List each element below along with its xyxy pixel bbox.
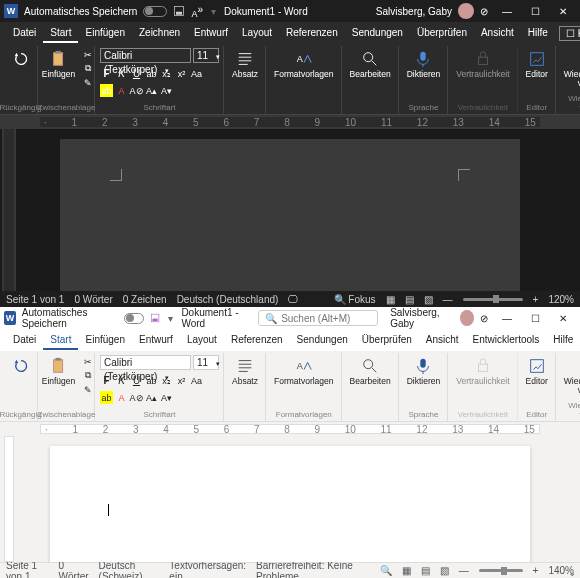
copy-icon[interactable]: ⧉	[81, 62, 94, 75]
undo-button[interactable]	[9, 355, 33, 377]
minimize-button[interactable]: —	[494, 2, 520, 20]
case-button[interactable]: Aa	[190, 67, 203, 80]
editor-button[interactable]: Editor	[523, 48, 551, 81]
menu-tab-hilfe[interactable]: Hilfe	[546, 331, 580, 350]
maximize-button[interactable]: ☐	[522, 309, 548, 327]
format-painter-icon[interactable]: ✎	[81, 76, 94, 89]
edit-button[interactable]: Bearbeiten	[347, 355, 394, 388]
zoom-out-button[interactable]: —	[459, 565, 469, 576]
close-button[interactable]: ✕	[550, 309, 576, 327]
font-name-select[interactable]: Calibri (Textkörper)▾	[100, 48, 191, 63]
accessibility-indicator[interactable]: Barrierefreiheit: Keine Probleme	[256, 560, 360, 579]
menu-tab-layout[interactable]: Layout	[180, 331, 224, 350]
paragraph-button[interactable]: Absatz	[229, 355, 261, 388]
menu-tab-referenzen[interactable]: Referenzen	[279, 24, 345, 43]
minimize-button[interactable]: —	[494, 309, 520, 327]
font-hint-icon[interactable]: A»	[191, 4, 203, 19]
save-icon[interactable]	[173, 5, 185, 17]
undo-button[interactable]	[9, 48, 33, 70]
document-area[interactable]	[0, 436, 580, 562]
autosave-toggle[interactable]	[143, 6, 167, 17]
maximize-button[interactable]: ☐	[522, 2, 548, 20]
user-avatar[interactable]	[460, 310, 474, 326]
word-count[interactable]: 0 Wörter	[74, 294, 112, 305]
clear-format-button[interactable]: A⊘	[130, 84, 143, 97]
horizontal-ruler[interactable]: ·123456789101112131415	[0, 115, 580, 129]
reuse-files-button[interactable]: Wiederverwendung von Dateien	[561, 48, 580, 91]
menu-tab-ansicht[interactable]: Ansicht	[474, 24, 521, 43]
menu-tab-entwurf[interactable]: Entwurf	[132, 331, 180, 350]
menu-tab-entwicklertools[interactable]: Entwicklertools	[466, 331, 547, 350]
page-indicator[interactable]: Seite 1 von 1	[6, 560, 49, 579]
bold-button[interactable]: F	[100, 67, 113, 80]
menu-tab-sendungen[interactable]: Sendungen	[345, 24, 410, 43]
styles-button[interactable]: AFormatvorlagen	[271, 355, 337, 388]
view-read-icon[interactable]: ▦	[402, 565, 411, 576]
styles-button[interactable]: AFormatvorlagen	[271, 48, 337, 81]
font-size-select[interactable]: 11▾	[193, 355, 219, 370]
format-painter-icon[interactable]: ✎	[81, 383, 94, 396]
menu-tab-start[interactable]: Start	[43, 24, 78, 43]
language-indicator[interactable]: Deutsch (Deutschland)	[177, 294, 279, 305]
comments-button[interactable]: ☐ Kommentare ▾	[559, 26, 580, 41]
user-name[interactable]: Salvisberg, Gaby	[376, 6, 452, 17]
paste-button[interactable]: Einfügen	[39, 355, 79, 388]
zoom-in-button[interactable]: +	[533, 294, 539, 305]
highlight-button[interactable]: ab	[100, 391, 113, 404]
user-name[interactable]: Salvisberg, Gaby	[390, 307, 454, 329]
search-input[interactable]: 🔍 Suchen (Alt+M)	[258, 310, 378, 326]
autosave-toggle[interactable]	[124, 313, 145, 324]
font-color-button[interactable]: A	[115, 391, 128, 404]
menu-tab-überprüfen[interactable]: Überprüfen	[410, 24, 474, 43]
focus-mode-button[interactable]: 🔍	[380, 565, 392, 576]
superscript-button[interactable]: x²	[175, 67, 188, 80]
horizontal-ruler[interactable]: ·123456789101112131415	[0, 422, 580, 436]
menu-tab-entwurf[interactable]: Entwurf	[187, 24, 235, 43]
user-avatar[interactable]	[458, 3, 474, 19]
view-web-icon[interactable]: ▧	[440, 565, 449, 576]
strike-button[interactable]: ab	[145, 374, 158, 387]
menu-tab-datei[interactable]: Datei	[6, 24, 43, 43]
view-read-icon[interactable]: ▦	[386, 294, 395, 305]
menu-tab-überprüfen[interactable]: Überprüfen	[355, 331, 419, 350]
view-print-icon[interactable]: ▤	[421, 565, 430, 576]
predictions-indicator[interactable]: Textvorhersagen: ein	[169, 560, 246, 579]
strike-button[interactable]: ab	[145, 67, 158, 80]
menu-tab-datei[interactable]: Datei	[6, 331, 43, 350]
italic-button[interactable]: K	[115, 374, 128, 387]
font-size-select[interactable]: 11▾	[193, 48, 219, 63]
subscript-button[interactable]: x₂	[160, 67, 173, 80]
dictate-button[interactable]: Diktieren	[404, 355, 444, 388]
visual-tools-icon[interactable]: ⊘	[480, 313, 488, 324]
case-button[interactable]: Aa	[190, 374, 203, 387]
paragraph-button[interactable]: Absatz	[229, 48, 261, 81]
menu-tab-layout[interactable]: Layout	[235, 24, 279, 43]
clear-format-button[interactable]: A⊘	[130, 391, 143, 404]
sensitivity-button[interactable]: Vertraulichkeit	[453, 48, 512, 81]
italic-button[interactable]: K	[115, 67, 128, 80]
grow-font-button[interactable]: A▴	[145, 84, 158, 97]
reuse-files-button[interactable]: Wiederverwendung von Dateien	[561, 355, 580, 398]
vertical-ruler[interactable]	[2, 129, 16, 291]
menu-tab-hilfe[interactable]: Hilfe	[521, 24, 555, 43]
editor-button[interactable]: Editor	[523, 355, 551, 388]
bold-button[interactable]: F	[100, 374, 113, 387]
save-icon[interactable]	[150, 312, 160, 324]
menu-tab-einfügen[interactable]: Einfügen	[78, 24, 131, 43]
font-color-button[interactable]: A	[115, 84, 128, 97]
visual-tools-icon[interactable]: ⊘	[480, 6, 488, 17]
language-indicator[interactable]: Deutsch (Schweiz)	[99, 560, 160, 579]
zoom-slider[interactable]	[463, 298, 523, 301]
display-settings-icon[interactable]: 🖵	[288, 294, 298, 305]
underline-button[interactable]: U	[130, 67, 143, 80]
zoom-out-button[interactable]: —	[443, 294, 453, 305]
menu-tab-referenzen[interactable]: Referenzen	[224, 331, 290, 350]
menu-tab-sendungen[interactable]: Sendungen	[290, 331, 355, 350]
view-web-icon[interactable]: ▧	[424, 294, 433, 305]
page[interactable]	[50, 446, 530, 562]
zoom-in-button[interactable]: +	[533, 565, 539, 576]
document-area[interactable]	[0, 129, 580, 291]
vertical-ruler[interactable]	[2, 436, 16, 562]
char-count[interactable]: 0 Zeichen	[123, 294, 167, 305]
page-indicator[interactable]: Seite 1 von 1	[6, 294, 64, 305]
